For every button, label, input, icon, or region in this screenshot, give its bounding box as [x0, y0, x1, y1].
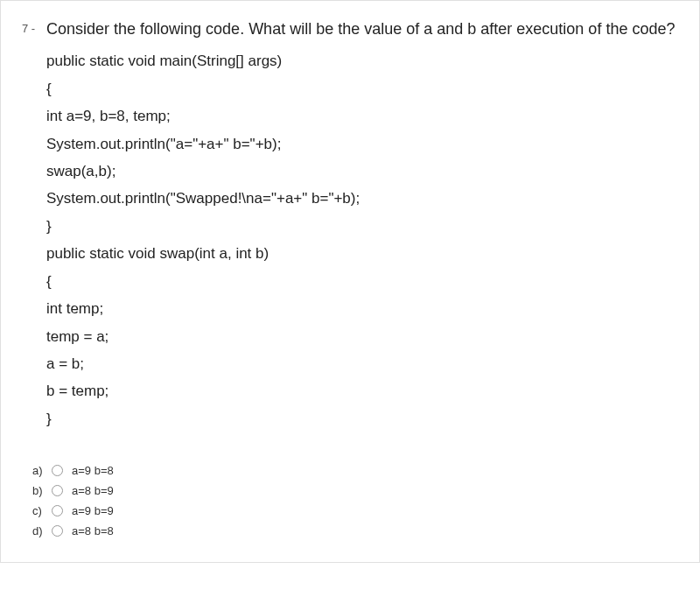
code-line: int temp; [46, 295, 678, 322]
code-line: { [46, 268, 678, 295]
option-letter: c) [32, 504, 48, 517]
code-line: System.out.println("Swapped!\na="+a+" b=… [46, 185, 678, 212]
option-radio-c[interactable] [52, 505, 63, 516]
option-row-b: b) a=8 b=9 [32, 484, 678, 497]
code-block: public static void main(String[] args) {… [46, 47, 678, 432]
option-row-c: c) a=9 b=9 [32, 504, 678, 517]
code-line: } [46, 213, 678, 240]
option-letter: a) [32, 464, 48, 477]
option-radio-a[interactable] [52, 465, 63, 476]
question-content: Consider the following code. What will b… [46, 18, 678, 432]
code-line: a = b; [46, 350, 678, 377]
option-radio-d[interactable] [52, 525, 63, 537]
option-row-d: d) a=8 b=8 [32, 524, 678, 537]
code-line: { [46, 75, 678, 102]
options-section: a) a=9 b=8 b) a=8 b=9 c) a=9 b=9 d) a=8 … [32, 464, 678, 537]
option-letter: b) [32, 484, 48, 497]
code-line: System.out.println("a="+a+" b="+b); [46, 130, 678, 158]
question-container: 7 - Consider the following code. What wi… [0, 0, 700, 563]
question-number: 7 - [22, 18, 38, 35]
option-text: a=8 b=8 [72, 524, 114, 537]
code-line: temp = a; [46, 323, 678, 350]
code-line: swap(a,b); [46, 158, 678, 185]
question-text: Consider the following code. What will b… [46, 18, 678, 40]
code-line: public static void swap(int a, int b) [46, 240, 678, 267]
question-header: 7 - Consider the following code. What wi… [22, 18, 678, 432]
option-text: a=8 b=9 [72, 484, 114, 497]
option-radio-b[interactable] [52, 485, 63, 496]
code-line: } [46, 405, 678, 432]
option-text: a=9 b=8 [72, 464, 114, 477]
option-text: a=9 b=9 [72, 504, 114, 517]
code-line: public static void main(String[] args) [46, 47, 678, 74]
code-line: int a=9, b=8, temp; [46, 102, 678, 130]
code-line: b = temp; [46, 377, 678, 404]
option-row-a: a) a=9 b=8 [32, 464, 678, 477]
option-letter: d) [32, 524, 48, 537]
